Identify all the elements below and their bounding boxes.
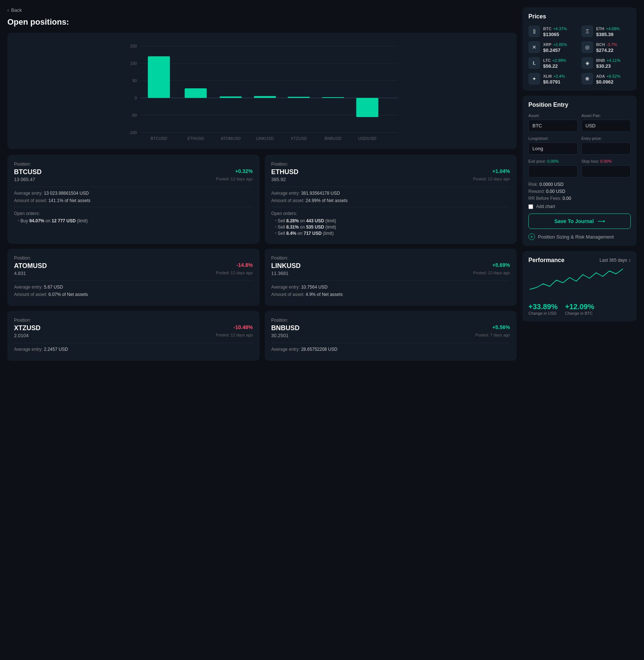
pos-order-0-0: Buy 94.07% on 12 777 USD (limit) <box>14 218 253 223</box>
svg-text:-100: -100 <box>129 130 137 135</box>
asset-label: Asset: <box>528 113 578 118</box>
exit-price-input[interactable] <box>528 165 578 177</box>
ltc-icon: Ł <box>528 57 540 69</box>
back-button[interactable]: ‹ Back <box>7 7 517 13</box>
asset-pair-input[interactable] <box>581 120 631 132</box>
entry-price-field-group: Entry price: <box>581 136 631 155</box>
svg-text:BNBUSD: BNBUSD <box>325 136 342 141</box>
open-positions-chart: 150 100 50 0 -50 -100 <box>7 33 517 149</box>
pos-price-4: 2.0104 <box>14 333 29 338</box>
price-item-ltc[interactable]: Ł LTC +2.99% $56.22 <box>528 57 578 69</box>
perf-change-btc-label: Change in BTC <box>565 311 595 315</box>
bch-value: $274.22 <box>596 47 617 53</box>
pos-label-3: Position: <box>271 255 510 261</box>
pos-order-1-0: Sell 8.28% on 443 USD (limit) <box>271 218 510 223</box>
svg-text:50: 50 <box>132 78 137 83</box>
svg-rect-13 <box>148 56 170 98</box>
exit-price-field-group: Exit price: 0.00% <box>528 159 578 177</box>
pos-posted-4: Posted: 12 days ago <box>216 333 253 339</box>
price-item-eth[interactable]: Ξ ETH +4.68% $385.39 <box>581 25 631 37</box>
save-btn-label: Save To Journal <box>554 218 594 224</box>
pos-orders-title-1: Open orders: <box>271 211 510 216</box>
asset-input[interactable] <box>528 120 578 132</box>
price-item-ada[interactable]: ❋ ADA +6.52% $0.0962 <box>581 73 631 85</box>
pos-change-2: -14.8% <box>236 262 253 268</box>
reward-row: Reward: 0.00 USD <box>528 189 631 194</box>
xrp-value: $0.2457 <box>543 47 567 53</box>
reward-value: 0.00 USD <box>546 189 565 194</box>
back-arrow-icon: ‹ <box>7 7 9 13</box>
price-item-xrp[interactable]: ✕ XRP +2.85% $0.2457 <box>528 41 578 53</box>
exit-price-label: Exit price: 0.00% <box>528 159 578 163</box>
performance-title: Performance <box>528 257 564 264</box>
position-card-xtzusd: Position: XTZUSD -10.48% 2.0104 Posted: … <box>7 311 260 361</box>
svg-rect-17 <box>288 97 310 98</box>
svg-rect-14 <box>185 88 207 98</box>
pos-avg-entry-0: Average entry: 13 023.98661504 USD <box>14 191 253 196</box>
pos-avg-entry-3: Average entry: 10.7564 USD <box>271 285 510 290</box>
svg-text:XTZUSD: XTZUSD <box>291 136 307 141</box>
long-short-input[interactable] <box>528 142 578 155</box>
pos-change-5: +5.56% <box>492 324 510 330</box>
position-card-bnbusd: Position: BNBUSD +5.56% 30.2501 Posted: … <box>265 311 517 361</box>
pos-price-0: 13 065.47 <box>14 177 35 182</box>
risk-row: Risk: 0.0000 USD <box>528 182 631 187</box>
ltc-change: +2.99% <box>552 58 566 63</box>
pos-change-4: -10.48% <box>233 324 253 330</box>
asset-pair-field-group: Asset Pair: <box>581 113 631 132</box>
eth-icon: Ξ <box>581 25 593 37</box>
bnb-value: $30.23 <box>596 63 620 69</box>
pos-posted-5: Posted: 7 days ago <box>475 333 510 339</box>
save-to-journal-button[interactable]: Save To Journal ⟶ <box>528 213 631 229</box>
stop-loss-input[interactable] <box>581 165 631 177</box>
svg-text:0: 0 <box>134 96 137 100</box>
pos-label-2: Position: <box>14 255 253 261</box>
svg-rect-18 <box>322 97 344 98</box>
pos-name-5: BNBUSD <box>271 324 300 332</box>
ada-icon: ❋ <box>581 73 593 85</box>
pos-name-3: LINKUSD <box>271 262 301 270</box>
pos-label-5: Position: <box>271 318 510 323</box>
pos-avg-entry-2: Average entry: 5.67 USD <box>14 285 253 290</box>
ada-value: $0.0962 <box>596 79 620 85</box>
chevron-down-icon: ↕ <box>629 258 631 263</box>
entry-price-label: Entry price: <box>581 136 631 141</box>
price-item-bnb[interactable]: ◈ BNB +4.11% $30.23 <box>581 57 631 69</box>
svg-text:BTCUSD: BTCUSD <box>151 136 167 141</box>
price-item-xlm[interactable]: ✦ XLM +3.4% $0.0791 <box>528 73 578 85</box>
pos-label-4: Position: <box>14 318 253 323</box>
svg-text:ETHUSD: ETHUSD <box>187 136 204 141</box>
eth-change: +4.68% <box>606 27 620 31</box>
pos-avg-entry-4: Average entry: 2.2457 USD <box>14 347 253 352</box>
price-item-bch[interactable]: ◎ BCH -3.7% $274.22 <box>581 41 631 53</box>
pos-name-1: ETHUSD <box>271 168 299 176</box>
perf-stat-usd: +33.89% Change in USD <box>528 303 558 315</box>
pos-name-2: ATOMUSD <box>14 262 47 270</box>
asset-field-group: Asset: <box>528 113 578 132</box>
perf-change-btc: +12.09% <box>565 303 595 311</box>
btc-value: $13065 <box>543 32 567 37</box>
svg-text:150: 150 <box>130 44 137 48</box>
bch-icon: ◎ <box>581 41 593 53</box>
ltc-value: $56.22 <box>543 63 566 69</box>
page-title: Open positions: <box>7 17 517 27</box>
sizing-row[interactable]: + Position Sizing & Risk Management <box>528 233 631 240</box>
position-card-atomusd: Position: ATOMUSD -14.8% 4.831 Posted: 1… <box>7 249 260 306</box>
pos-avg-entry-5: Average entry: 28.65752208 USD <box>271 347 510 352</box>
asset-pair-label: Asset Pair: <box>581 113 631 118</box>
pos-name-4: XTZUSD <box>14 324 41 332</box>
bnb-change: +4.11% <box>606 58 620 63</box>
add-chart-row[interactable]: Add chart <box>528 204 631 209</box>
pos-amount-1: Amount of asset: 24.99% of Net assets <box>271 198 510 203</box>
entry-price-input[interactable] <box>581 142 631 155</box>
pos-price-2: 4.831 <box>14 271 26 276</box>
performance-period[interactable]: Last 365 days ↕ <box>599 258 631 263</box>
rr-row: RR Before Fees: 0.00 <box>528 196 631 201</box>
price-item-btc[interactable]: ₿ BTC +4.37% $13065 <box>528 25 578 37</box>
back-label: Back <box>11 7 22 13</box>
btc-icon: ₿ <box>528 25 540 37</box>
performance-stats: +33.89% Change in USD +12.09% Change in … <box>528 303 631 315</box>
pos-order-1-1: Sell 8.31% on 535 USD (limit) <box>271 225 510 230</box>
add-chart-checkbox[interactable] <box>528 204 533 209</box>
svg-rect-15 <box>220 96 242 98</box>
